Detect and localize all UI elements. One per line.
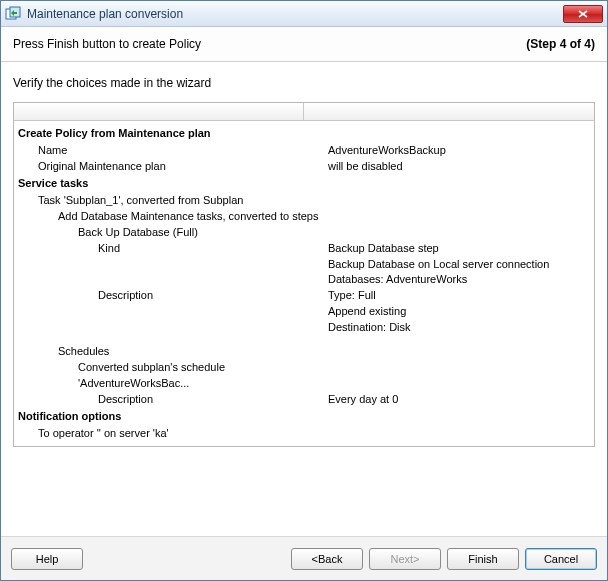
label-add-task: Add Database Maintenance tasks, converte… <box>18 209 328 225</box>
wizard-window: Maintenance plan conversion Press Finish… <box>0 0 608 581</box>
row-name: Name AdventureWorksBackup <box>14 143 594 159</box>
value-schedule-description: Every day at 0 <box>328 392 590 408</box>
value-name: AdventureWorksBackup <box>328 143 590 159</box>
verify-label: Verify the choices made in the wizard <box>13 76 595 90</box>
label-schedule-description: Description <box>18 392 328 408</box>
desc-line-1: Backup Database on Local server connecti… <box>328 257 590 273</box>
label-schedules: Schedules <box>18 344 328 360</box>
desc-line-3: Type: Full <box>328 288 590 304</box>
wizard-footer: Help <Back Next> Finish Cancel <box>1 536 607 580</box>
label-task: Task 'Subplan_1', converted from Subplan <box>18 193 328 209</box>
label-name: Name <box>18 143 328 159</box>
value-kind: Backup Database step <box>328 241 590 257</box>
label-schedule-converted: Converted subplan's schedule 'AdventureW… <box>18 360 328 392</box>
row-schedule-description: Description Every day at 0 <box>14 392 594 408</box>
summary-header-row <box>14 103 594 121</box>
section-service-tasks: Service tasks <box>14 175 594 193</box>
row-add-task: Add Database Maintenance tasks, converte… <box>14 209 594 225</box>
desc-line-5: Destination: Disk <box>328 320 590 336</box>
wizard-content: Verify the choices made in the wizard Cr… <box>1 62 607 536</box>
window-title: Maintenance plan conversion <box>27 7 563 21</box>
close-button[interactable] <box>563 5 603 23</box>
desc-line-4: Append existing <box>328 304 590 320</box>
app-icon <box>5 6 21 22</box>
row-original-plan: Original Maintenance plan will be disabl… <box>14 159 594 175</box>
label-description: Description <box>18 257 328 337</box>
wizard-instruction: Press Finish button to create Policy <box>13 37 526 51</box>
label-original-plan: Original Maintenance plan <box>18 159 328 175</box>
row-task: Task 'Subplan_1', converted from Subplan <box>14 193 594 209</box>
next-button: Next> <box>369 548 441 570</box>
help-button[interactable]: Help <box>11 548 83 570</box>
section-notification: Notification options <box>14 408 594 426</box>
title-bar: Maintenance plan conversion <box>1 1 607 27</box>
row-kind: Kind Backup Database step <box>14 241 594 257</box>
cancel-button[interactable]: Cancel <box>525 548 597 570</box>
value-description: Backup Database on Local server connecti… <box>328 257 590 337</box>
label-kind: Kind <box>18 241 328 257</box>
desc-line-2: Databases: AdventureWorks <box>328 272 590 288</box>
row-notification: To operator '' on server 'ka' <box>14 426 594 442</box>
summary-header-col1 <box>14 103 304 120</box>
summary-header-col2 <box>304 103 594 120</box>
value-original-plan: will be disabled <box>328 159 590 175</box>
finish-button[interactable]: Finish <box>447 548 519 570</box>
row-backup: Back Up Database (Full) <box>14 225 594 241</box>
wizard-subheader: Press Finish button to create Policy (St… <box>1 27 607 62</box>
row-schedule-converted: Converted subplan's schedule 'AdventureW… <box>14 360 594 392</box>
summary-table: Create Policy from Maintenance plan Name… <box>13 102 595 447</box>
wizard-step-indicator: (Step 4 of 4) <box>526 37 595 51</box>
section-create-policy: Create Policy from Maintenance plan <box>14 125 594 143</box>
back-button[interactable]: <Back <box>291 548 363 570</box>
summary-body: Create Policy from Maintenance plan Name… <box>14 121 594 446</box>
row-schedules: Schedules <box>14 344 594 360</box>
label-notification: To operator '' on server 'ka' <box>18 426 328 442</box>
label-backup: Back Up Database (Full) <box>18 225 328 241</box>
row-description: Description Backup Database on Local ser… <box>14 257 594 337</box>
